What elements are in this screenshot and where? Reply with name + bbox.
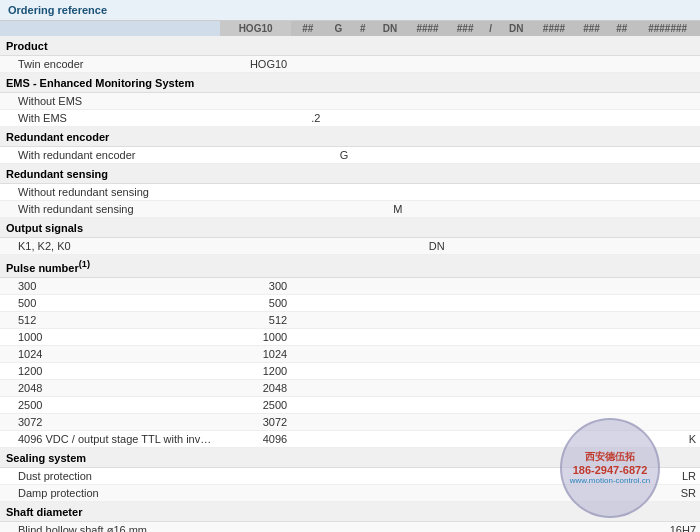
row-twin-encoder: Twin encoder HOG10 (0, 56, 700, 73)
row-with-ems: With EMS .2 (0, 110, 700, 127)
col-hog10: HOG10 (220, 21, 291, 36)
section-ems-label: EMS - Enhanced Monitoring System (0, 73, 700, 93)
page-title: Ordering reference (8, 4, 107, 16)
pulse-3072-val: 3072 (220, 413, 291, 430)
pulse-512-label: 512 (0, 311, 220, 328)
col-slash: / (482, 21, 500, 36)
section-product: Product (0, 36, 700, 56)
pulse-300-val: 300 (220, 277, 291, 294)
col-dn2: DN (500, 21, 533, 36)
section-redundant-sensing-label: Redundant sensing (0, 164, 700, 184)
pulse-2500-val: 2500 (220, 396, 291, 413)
section-product-label: Product (0, 36, 700, 56)
col-dn: DN (373, 21, 406, 36)
shaft-16-label: Blind hollow shaft ø16 mm (0, 521, 220, 532)
col-hash4: #### (406, 21, 448, 36)
watermark-line1: 西安德伍拓 (585, 450, 635, 464)
section-pulse-number: Pulse number(1) (0, 255, 700, 278)
col-hash3: ### (449, 21, 482, 36)
section-output-signals-label: Output signals (0, 218, 700, 238)
twin-encoder-label: Twin encoder (0, 56, 220, 73)
pulse-4096-label: 4096 VDC / output stage TTL with inverte… (0, 430, 220, 447)
pulse-2048-val: 2048 (220, 379, 291, 396)
col-g: G (324, 21, 352, 36)
without-ems-label: Without EMS (0, 93, 220, 110)
redundant-encoder-code: G (324, 147, 352, 164)
section-pulse-label: Pulse number(1) (0, 255, 700, 278)
col-hash7: ####### (635, 21, 700, 36)
with-ems-code: .2 (291, 110, 324, 127)
row-pulse-300: 300 300 (0, 277, 700, 294)
pulse-1000-val: 1000 (220, 328, 291, 345)
redundant-sensing-code: M (373, 201, 406, 218)
row-with-redundant-sensing: With redundant sensing M (0, 201, 700, 218)
row-pulse-1024: 1024 1024 (0, 345, 700, 362)
redundant-encoder-label: With redundant encoder (0, 147, 220, 164)
pulse-2500-label: 2500 (0, 396, 220, 413)
row-k1k2k0: K1, K2, K0 DN (0, 238, 700, 255)
row-pulse-2048: 2048 2048 (0, 379, 700, 396)
row-shaft-16: Blind hollow shaft ø16 mm 16H7 (0, 521, 700, 532)
row-pulse-1200: 1200 1200 (0, 362, 700, 379)
pulse-1024-label: 1024 (0, 345, 220, 362)
section-redundant-encoder: Redundant encoder (0, 127, 700, 147)
col-header-empty (0, 21, 220, 36)
col-h2b: ## (608, 21, 635, 36)
row-pulse-2500: 2500 2500 (0, 396, 700, 413)
watermark-line3: www.motion-control.cn (570, 476, 650, 485)
pulse-500-label: 500 (0, 294, 220, 311)
without-redundant-sensing-label: Without redundant sensing (0, 184, 220, 201)
k1k2k0-label: K1, K2, K0 (0, 238, 220, 255)
twin-encoder-val: HOG10 (220, 56, 291, 73)
col-hash4b: #### (533, 21, 575, 36)
pulse-1000-label: 1000 (0, 328, 220, 345)
pulse-4096-val: 4096 (220, 430, 291, 447)
col-hash3b: ### (575, 21, 608, 36)
shaft-16-code: 16H7 (635, 521, 700, 532)
watermark-line2: 186-2947-6872 (573, 464, 648, 476)
section-redundant-encoder-label: Redundant encoder (0, 127, 700, 147)
row-with-redundant-encoder: With redundant encoder G (0, 147, 700, 164)
pulse-300-label: 300 (0, 277, 220, 294)
page-wrapper: Ordering reference HOG10 ## G # DN #### … (0, 0, 700, 532)
with-redundant-sensing-label: With redundant sensing (0, 201, 220, 218)
section-ems: EMS - Enhanced Monitoring System (0, 73, 700, 93)
header-bar: Ordering reference (0, 0, 700, 21)
pulse-1024-val: 1024 (220, 345, 291, 362)
row-pulse-500: 500 500 (0, 294, 700, 311)
damp-protection-label: Damp protection (0, 484, 220, 501)
row-without-redundant-sensing: Without redundant sensing (0, 184, 700, 201)
pulse-500-val: 500 (220, 294, 291, 311)
pulse-2048-label: 2048 (0, 379, 220, 396)
section-redundant-sensing: Redundant sensing (0, 164, 700, 184)
col-hash: # (352, 21, 373, 36)
row-without-ems: Without EMS (0, 93, 700, 110)
dust-protection-label: Dust protection (0, 467, 220, 484)
pulse-512-val: 512 (220, 311, 291, 328)
pulse-1200-label: 1200 (0, 362, 220, 379)
section-output-signals: Output signals (0, 218, 700, 238)
watermark: 西安德伍拓 186-2947-6872 www.motion-control.c… (560, 418, 660, 518)
watermark-circle: 西安德伍拓 186-2947-6872 www.motion-control.c… (560, 418, 660, 518)
pulse-1200-val: 1200 (220, 362, 291, 379)
row-pulse-512: 512 512 (0, 311, 700, 328)
pulse-3072-label: 3072 (0, 413, 220, 430)
col-h2: ## (291, 21, 324, 36)
column-header-row: HOG10 ## G # DN #### ### / DN #### ### #… (0, 21, 700, 36)
with-ems-label: With EMS (0, 110, 220, 127)
row-pulse-1000: 1000 1000 (0, 328, 700, 345)
k1k2k0-code: DN (406, 238, 448, 255)
